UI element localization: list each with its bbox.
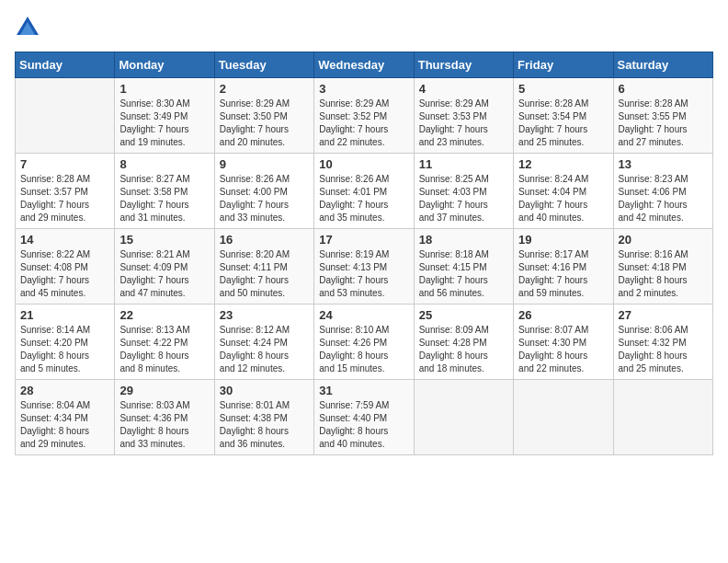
calendar-cell: 24Sunrise: 8:10 AMSunset: 4:26 PMDayligh… [314,304,414,380]
day-header-sunday: Sunday [16,52,115,78]
day-header-saturday: Saturday [613,52,712,78]
calendar-cell: 4Sunrise: 8:29 AMSunset: 3:53 PMDaylight… [414,78,513,154]
day-info: Sunrise: 7:59 AMSunset: 4:40 PMDaylight:… [319,399,408,451]
day-info: Sunrise: 8:28 AMSunset: 3:54 PMDaylight:… [518,98,608,149]
day-number: 29 [119,384,209,397]
day-number: 13 [619,157,708,171]
calendar-cell: 13Sunrise: 8:23 AMSunset: 4:06 PMDayligh… [613,154,712,229]
day-info: Sunrise: 8:25 AMSunset: 4:03 PMDaylight:… [419,173,508,224]
day-number: 2 [220,82,309,96]
day-number: 11 [419,157,508,171]
day-number: 20 [619,233,708,247]
calendar-cell: 6Sunrise: 8:28 AMSunset: 3:55 PMDaylight… [613,78,712,154]
day-number: 25 [419,308,508,322]
calendar-cell: 16Sunrise: 8:20 AMSunset: 4:11 PMDayligh… [214,229,313,304]
day-info: Sunrise: 8:12 AMSunset: 4:24 PMDaylight:… [220,324,309,375]
day-info: Sunrise: 8:24 AMSunset: 4:04 PMDaylight:… [518,173,608,224]
day-info: Sunrise: 8:21 AMSunset: 4:09 PMDaylight:… [119,248,209,300]
calendar-week-3: 14Sunrise: 8:22 AMSunset: 4:08 PMDayligh… [16,229,713,304]
day-number: 5 [518,82,608,96]
calendar-cell: 11Sunrise: 8:25 AMSunset: 4:03 PMDayligh… [414,154,513,229]
day-header-friday: Friday [514,52,613,78]
day-info: Sunrise: 8:28 AMSunset: 3:55 PMDaylight:… [619,98,708,149]
day-info: Sunrise: 8:26 AMSunset: 4:00 PMDaylight:… [220,173,309,224]
calendar-cell [514,380,613,455]
day-number: 8 [119,157,209,171]
calendar-cell [613,380,712,455]
calendar-cell: 28Sunrise: 8:04 AMSunset: 4:34 PMDayligh… [16,380,115,455]
day-info: Sunrise: 8:27 AMSunset: 3:58 PMDaylight:… [119,173,209,224]
calendar-cell: 17Sunrise: 8:19 AMSunset: 4:13 PMDayligh… [314,229,414,304]
day-number: 28 [20,384,109,397]
day-number: 21 [20,308,109,322]
calendar-cell: 21Sunrise: 8:14 AMSunset: 4:20 PMDayligh… [16,304,115,380]
calendar-cell [414,380,513,455]
day-number: 7 [20,157,109,171]
day-info: Sunrise: 8:06 AMSunset: 4:32 PMDaylight:… [619,324,708,375]
calendar-table: SundayMondayTuesdayWednesdayThursdayFrid… [15,52,713,455]
calendar-week-4: 21Sunrise: 8:14 AMSunset: 4:20 PMDayligh… [16,304,713,380]
day-number: 27 [619,308,708,322]
day-header-thursday: Thursday [414,52,513,78]
day-info: Sunrise: 8:23 AMSunset: 4:06 PMDaylight:… [619,173,708,224]
day-number: 24 [319,308,408,322]
calendar-header-row: SundayMondayTuesdayWednesdayThursdayFrid… [16,52,713,78]
day-info: Sunrise: 8:28 AMSunset: 3:57 PMDaylight:… [20,173,109,224]
day-number: 16 [220,233,309,247]
calendar-cell: 8Sunrise: 8:27 AMSunset: 3:58 PMDaylight… [115,154,214,229]
day-info: Sunrise: 8:30 AMSunset: 3:49 PMDaylight:… [119,98,209,149]
calendar-cell: 18Sunrise: 8:18 AMSunset: 4:15 PMDayligh… [414,229,513,304]
day-number: 17 [319,233,408,247]
calendar-cell: 19Sunrise: 8:17 AMSunset: 4:16 PMDayligh… [514,229,613,304]
calendar-cell: 27Sunrise: 8:06 AMSunset: 4:32 PMDayligh… [613,304,712,380]
calendar-cell: 30Sunrise: 8:01 AMSunset: 4:38 PMDayligh… [214,380,313,455]
day-number: 12 [518,157,608,171]
day-info: Sunrise: 8:26 AMSunset: 4:01 PMDaylight:… [319,173,408,224]
calendar-week-5: 28Sunrise: 8:04 AMSunset: 4:34 PMDayligh… [16,380,713,455]
day-number: 10 [319,157,408,171]
day-info: Sunrise: 8:13 AMSunset: 4:22 PMDaylight:… [119,324,209,375]
day-info: Sunrise: 8:01 AMSunset: 4:38 PMDaylight:… [220,399,309,451]
calendar-cell: 14Sunrise: 8:22 AMSunset: 4:08 PMDayligh… [16,229,115,304]
calendar-cell: 3Sunrise: 8:29 AMSunset: 3:52 PMDaylight… [314,78,414,154]
calendar-cell: 9Sunrise: 8:26 AMSunset: 4:00 PMDaylight… [214,154,313,229]
day-number: 30 [220,384,309,397]
day-info: Sunrise: 8:14 AMSunset: 4:20 PMDaylight:… [20,324,109,375]
calendar-cell: 7Sunrise: 8:28 AMSunset: 3:57 PMDaylight… [16,154,115,229]
day-number: 22 [119,308,209,322]
day-number: 15 [119,233,209,247]
day-header-tuesday: Tuesday [214,52,313,78]
logo [15,15,44,40]
day-info: Sunrise: 8:29 AMSunset: 3:50 PMDaylight:… [220,98,309,149]
day-info: Sunrise: 8:18 AMSunset: 4:15 PMDaylight:… [419,248,508,300]
day-number: 23 [220,308,309,322]
day-info: Sunrise: 8:09 AMSunset: 4:28 PMDaylight:… [419,324,508,375]
calendar-cell: 31Sunrise: 7:59 AMSunset: 4:40 PMDayligh… [314,380,414,455]
day-info: Sunrise: 8:29 AMSunset: 3:52 PMDaylight:… [319,98,408,149]
calendar-cell: 22Sunrise: 8:13 AMSunset: 4:22 PMDayligh… [115,304,214,380]
day-info: Sunrise: 8:19 AMSunset: 4:13 PMDaylight:… [319,248,408,300]
calendar-cell: 25Sunrise: 8:09 AMSunset: 4:28 PMDayligh… [414,304,513,380]
calendar-cell: 29Sunrise: 8:03 AMSunset: 4:36 PMDayligh… [115,380,214,455]
calendar-week-2: 7Sunrise: 8:28 AMSunset: 3:57 PMDaylight… [16,154,713,229]
page-header [15,15,713,40]
day-number: 6 [619,82,708,96]
day-number: 1 [119,82,209,96]
day-info: Sunrise: 8:22 AMSunset: 4:08 PMDaylight:… [20,248,109,300]
calendar-cell [16,78,115,154]
calendar-cell: 12Sunrise: 8:24 AMSunset: 4:04 PMDayligh… [514,154,613,229]
calendar-cell: 23Sunrise: 8:12 AMSunset: 4:24 PMDayligh… [214,304,313,380]
day-info: Sunrise: 8:10 AMSunset: 4:26 PMDaylight:… [319,324,408,375]
calendar-cell: 5Sunrise: 8:28 AMSunset: 3:54 PMDaylight… [514,78,613,154]
day-number: 18 [419,233,508,247]
calendar-cell: 1Sunrise: 8:30 AMSunset: 3:49 PMDaylight… [115,78,214,154]
calendar-cell: 2Sunrise: 8:29 AMSunset: 3:50 PMDaylight… [214,78,313,154]
calendar-cell: 26Sunrise: 8:07 AMSunset: 4:30 PMDayligh… [514,304,613,380]
day-number: 31 [319,384,408,397]
logo-icon [15,15,40,40]
day-info: Sunrise: 8:04 AMSunset: 4:34 PMDaylight:… [20,399,109,451]
day-info: Sunrise: 8:03 AMSunset: 4:36 PMDaylight:… [119,399,209,451]
day-number: 9 [220,157,309,171]
day-number: 4 [419,82,508,96]
day-info: Sunrise: 8:07 AMSunset: 4:30 PMDaylight:… [518,324,608,375]
